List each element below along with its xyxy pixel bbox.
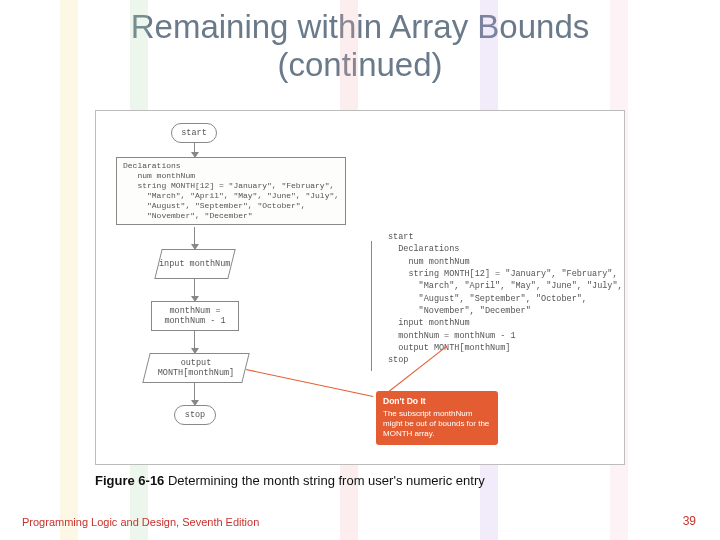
flow-start: start (171, 123, 217, 143)
flow-input: input monthNum (154, 249, 235, 279)
flow-arrow (194, 331, 195, 353)
callout-body: The subscript monthNum might be out of b… (383, 409, 491, 439)
flow-arrow (194, 227, 195, 249)
flow-arrow (194, 279, 195, 301)
flow-arrow (194, 383, 195, 405)
figure-panel: start Declarations num monthNum string M… (95, 110, 625, 465)
slide-number: 39 (683, 514, 696, 528)
bg-stripe (60, 0, 78, 540)
flow-stop: stop (174, 405, 216, 425)
footer-text: Programming Logic and Design, Seventh Ed… (22, 516, 259, 528)
callout-heading: Don't Do It (383, 396, 491, 407)
separator-line (371, 241, 372, 371)
flow-arrow (194, 143, 195, 157)
callout-line (246, 369, 373, 397)
flow-output: output MONTH[monthNum] (142, 353, 249, 383)
pseudocode-block: start Declarations num monthNum string M… (388, 231, 623, 366)
warning-callout: Don't Do It The subscript monthNum might… (376, 391, 498, 445)
flow-declarations: Declarations num monthNum string MONTH[1… (116, 157, 346, 225)
caption-rest: Determining the month string from user's… (164, 473, 484, 488)
title-line-2: (continued) (277, 46, 442, 83)
flow-assign: monthNum = monthNum - 1 (151, 301, 239, 331)
figure-caption: Figure 6-16 Determining the month string… (95, 473, 485, 488)
title-line-1: Remaining within Array Bounds (131, 8, 590, 45)
caption-strong: Figure 6-16 (95, 473, 164, 488)
